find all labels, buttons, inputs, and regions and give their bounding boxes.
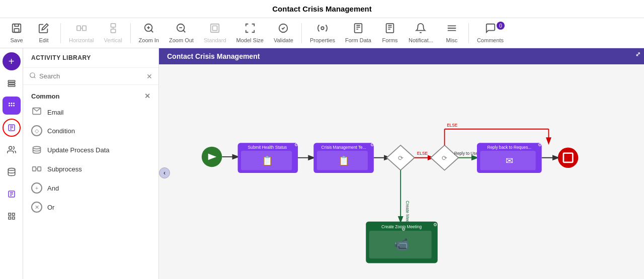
svg-text:✉: ✉	[506, 155, 513, 166]
svg-text:Crisis Management Te...: Crisis Management Te...	[321, 145, 366, 150]
canvas-expand-button[interactable]: ⤢	[632, 48, 644, 60]
or-label: Or	[47, 204, 54, 211]
svg-rect-3	[83, 26, 86, 30]
form-data-label: Form Data	[345, 37, 371, 43]
canvas-title: Contact Crisis Management	[167, 52, 260, 60]
svg-point-24	[9, 146, 12, 149]
toolbar-separator-1	[60, 23, 61, 43]
apps-button[interactable]	[3, 97, 21, 115]
canvas-content: Contact Us Submit Health Status 📋 ⚙	[159, 64, 644, 277]
properties-button[interactable]: Properties	[306, 21, 339, 45]
svg-point-25	[8, 168, 15, 171]
svg-point-22	[13, 105, 15, 107]
comments-button[interactable]: 0 Comments	[473, 21, 508, 45]
form-data-icon	[353, 23, 364, 36]
svg-text:⚙: ⚙	[370, 142, 374, 147]
edit-label: Edit	[39, 37, 49, 43]
svg-text:⟳: ⟳	[398, 154, 404, 162]
svg-point-31	[30, 73, 35, 77]
search-clear-icon[interactable]: ✕	[146, 72, 152, 80]
zoom-in-button[interactable]: Zoom In	[135, 21, 163, 45]
team-button[interactable]	[3, 141, 21, 159]
zoom-out-button[interactable]: Zoom Out	[165, 21, 198, 45]
title-bar: Contact Crisis Management	[0, 0, 644, 18]
panel-collapse-button[interactable]: ‹	[159, 167, 170, 178]
validate-icon	[278, 23, 289, 36]
save-icon	[11, 23, 22, 36]
common-section-header: Common ✕	[23, 89, 158, 103]
vertical-button[interactable]: Vertical	[100, 21, 126, 45]
svg-rect-8	[211, 24, 219, 33]
horizontal-button[interactable]: Horizontal	[65, 21, 98, 45]
properties-icon	[317, 23, 328, 36]
horizontal-icon	[76, 23, 87, 36]
library-item-email[interactable]: Email	[23, 103, 158, 121]
edit-icon	[38, 23, 49, 36]
svg-rect-35	[38, 167, 41, 171]
canvas-area: Contact Crisis Management ⤢ ‹ Contact Us…	[159, 48, 644, 279]
svg-text:⚙: ⚙	[433, 222, 437, 227]
form-data-button[interactable]: Form Data	[341, 21, 375, 45]
notification-button[interactable]: Notificat...	[405, 21, 437, 45]
svg-text:📹: 📹	[394, 237, 409, 251]
standard-button[interactable]: Standard	[200, 21, 230, 45]
library-item-or[interactable]: ✕ Or	[23, 198, 158, 217]
icon-sidebar: +	[0, 48, 23, 279]
common-section-close[interactable]: ✕	[144, 92, 150, 100]
validate-button[interactable]: Validate	[270, 21, 297, 45]
main-layout: + ACTIVITY LIBRARY	[0, 48, 644, 279]
library-item-condition[interactable]: ◇ Condition	[23, 121, 158, 140]
misc-button[interactable]: Misc	[439, 21, 464, 45]
subprocess-label: Subprocess	[47, 165, 82, 173]
zoom-out-label: Zoom Out	[169, 37, 194, 43]
svg-rect-15	[8, 83, 15, 84]
subprocess-icon	[31, 163, 42, 174]
database-button[interactable]	[3, 163, 21, 181]
svg-text:⟳: ⟳	[442, 154, 447, 162]
notification-icon	[415, 23, 426, 36]
integration-button[interactable]	[3, 207, 21, 225]
and-icon: +	[31, 182, 42, 194]
svg-rect-5	[111, 29, 115, 33]
model-size-label: Model Size	[236, 37, 264, 43]
svg-rect-1	[14, 29, 19, 32]
page-title: Contact Crisis Management	[272, 5, 372, 13]
tasks-button[interactable]	[3, 119, 21, 137]
vertical-icon	[108, 23, 119, 36]
edit-button[interactable]: Edit	[31, 21, 56, 45]
svg-rect-34	[33, 167, 36, 171]
toolbar-separator-3	[301, 23, 302, 43]
svg-text:Reply back to Reques...: Reply back to Reques...	[487, 145, 531, 150]
library-item-update-process[interactable]: Update Process Data	[23, 140, 158, 159]
svg-point-20	[9, 105, 10, 107]
comments-icon	[485, 23, 496, 36]
list-view-button[interactable]	[3, 74, 21, 92]
save-button[interactable]: Save	[4, 21, 29, 45]
zoom-out-icon	[176, 23, 187, 36]
search-input[interactable]	[39, 72, 143, 80]
search-icon	[29, 72, 36, 80]
or-icon: ✕	[31, 202, 42, 213]
svg-text:Reply to User: Reply to User	[454, 151, 479, 156]
library-item-and[interactable]: + And	[23, 178, 158, 198]
library-item-subprocess[interactable]: Subprocess	[23, 159, 158, 178]
svg-rect-4	[111, 24, 115, 27]
svg-text:⚙: ⚙	[538, 142, 542, 147]
add-activity-button[interactable]: +	[3, 52, 21, 70]
svg-text:Submit Health Status: Submit Health Status	[248, 145, 287, 150]
update-process-label: Update Process Data	[47, 146, 110, 154]
email-icon	[31, 107, 42, 117]
condition-label: Condition	[47, 127, 75, 135]
svg-rect-14	[8, 80, 15, 82]
form-button[interactable]	[3, 185, 21, 203]
svg-rect-12	[355, 24, 362, 33]
activity-library-panel: ACTIVITY LIBRARY ✕ Common ✕ Email	[23, 48, 159, 279]
model-size-button[interactable]: Model Size	[232, 21, 268, 45]
forms-button[interactable]: Forms	[377, 21, 403, 45]
toolbar: Save Edit Horizontal Vertical Zoom In Zo…	[0, 18, 644, 48]
search-bar: ✕	[23, 68, 158, 85]
svg-point-18	[11, 103, 12, 104]
svg-text:ELSE: ELSE	[447, 123, 458, 128]
email-label: Email	[47, 109, 64, 116]
forms-icon	[384, 23, 395, 36]
